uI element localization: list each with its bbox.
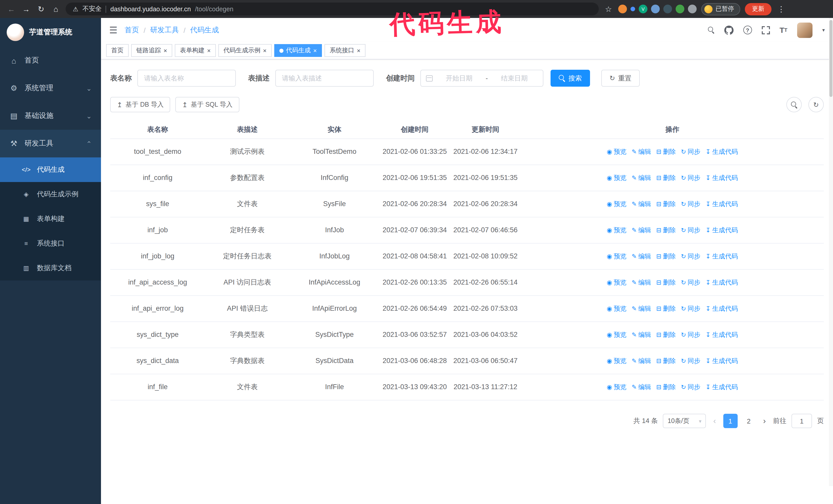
generate-button[interactable]: ↧ 生成代码 — [706, 173, 738, 183]
edit-button[interactable]: ✎ 编辑 — [632, 147, 651, 157]
delete-button[interactable]: ⊟ 删除 — [656, 304, 675, 313]
next-page-button[interactable]: › — [761, 417, 768, 425]
preview-button[interactable]: ◉ 预览 — [607, 278, 626, 287]
browser-menu-kebab-icon[interactable]: ⋮ — [776, 4, 786, 14]
blue-dot-extension-icon[interactable] — [630, 7, 635, 11]
scrollbar[interactable] — [829, 18, 833, 486]
delete-button[interactable]: ⊟ 删除 — [656, 278, 675, 287]
edit-button[interactable]: ✎ 编辑 — [632, 199, 651, 209]
generate-button[interactable]: ↧ 生成代码 — [706, 304, 738, 313]
bookmark-star-icon[interactable]: ☆ — [603, 4, 614, 14]
breadcrumb-item[interactable]: 首页 — [124, 25, 139, 34]
sidebar-item-db-doc[interactable]: ▥ 数据库文档 — [0, 256, 101, 281]
delete-button[interactable]: ⊟ 删除 — [656, 356, 675, 365]
sidebar-item-system-api[interactable]: ≡ 系统接口 — [0, 231, 101, 256]
import-db-button[interactable]: ↥ 基于 DB 导入 — [110, 97, 170, 112]
generate-button[interactable]: ↧ 生成代码 — [706, 278, 738, 287]
breadcrumb-item[interactable]: 代码生成 — [190, 25, 219, 34]
generate-button[interactable]: ↧ 生成代码 — [706, 147, 738, 157]
edit-button[interactable]: ✎ 编辑 — [632, 330, 651, 339]
browser-back-icon[interactable]: ← — [6, 5, 17, 13]
font-size-icon[interactable]: TT — [780, 26, 787, 34]
edit-button[interactable]: ✎ 编辑 — [632, 173, 651, 183]
address-bar[interactable]: ⚠ 不安全 dashboard.yudao.iocoder.cn/tool/co… — [66, 3, 599, 16]
sync-button[interactable]: ↻ 同步 — [681, 330, 700, 339]
tab-home[interactable]: 首页 — [106, 44, 129, 57]
sync-button[interactable]: ↻ 同步 — [681, 304, 700, 313]
sync-button[interactable]: ↻ 同步 — [681, 252, 700, 261]
generate-button[interactable]: ↧ 生成代码 — [706, 252, 738, 261]
preview-button[interactable]: ◉ 预览 — [607, 304, 626, 313]
delete-button[interactable]: ⊟ 删除 — [656, 147, 675, 157]
sidebar-item-form-builder[interactable]: ▦ 表单构建 — [0, 207, 101, 231]
refresh-table-button[interactable]: ↻ — [808, 97, 824, 112]
sync-button[interactable]: ↻ 同步 — [681, 383, 700, 392]
import-sql-button[interactable]: ↥ 基于 SQL 导入 — [175, 97, 239, 112]
sidebar-item-home[interactable]: ⌂ 首页 — [0, 47, 101, 74]
puzzle-extension-icon[interactable] — [688, 5, 697, 13]
sidebar-item-infrastructure[interactable]: ▤ 基础设施 ⌄ — [0, 102, 101, 130]
sidebar-item-codegen-example[interactable]: ◈ 代码生成示例 — [0, 182, 101, 207]
page-button-2[interactable]: 2 — [741, 414, 756, 428]
goto-page-input[interactable] — [791, 414, 812, 428]
chrome-update-button[interactable]: 更新 — [745, 3, 771, 15]
table-name-input[interactable] — [137, 70, 236, 87]
generate-button[interactable]: ↧ 生成代码 — [706, 330, 738, 339]
translate-paused-badge[interactable]: 已暂停 — [701, 3, 740, 15]
breadcrumb-item[interactable]: 研发工具 — [150, 25, 179, 34]
tab-close-icon[interactable]: × — [164, 47, 167, 54]
create-time-range-picker[interactable]: 开始日期 - 结束日期 — [420, 70, 543, 87]
preview-button[interactable]: ◉ 预览 — [607, 225, 626, 235]
reset-button[interactable]: ↻ 重置 — [601, 70, 640, 87]
tab-form-builder[interactable]: 表单构建 × — [175, 44, 216, 57]
preview-button[interactable]: ◉ 预览 — [607, 199, 626, 209]
preview-button[interactable]: ◉ 预览 — [607, 330, 626, 339]
delete-button[interactable]: ⊟ 删除 — [656, 383, 675, 392]
logo-row[interactable]: 芋道管理系统 — [0, 18, 101, 47]
people-extension-icon[interactable] — [651, 5, 660, 13]
tab-close-icon[interactable]: × — [263, 47, 266, 54]
page-size-select[interactable]: 10条/页 ▾ — [663, 414, 706, 428]
github-icon[interactable] — [724, 25, 733, 34]
edit-button[interactable]: ✎ 编辑 — [632, 304, 651, 313]
table-desc-input[interactable] — [275, 70, 374, 87]
hamburger-icon[interactable]: ☰ — [109, 24, 117, 35]
tab-system-api[interactable]: 系统接口 × — [325, 44, 365, 57]
preview-button[interactable]: ◉ 预览 — [607, 147, 626, 157]
edit-button[interactable]: ✎ 编辑 — [632, 278, 651, 287]
browser-forward-icon[interactable]: → — [21, 5, 31, 13]
sync-button[interactable]: ↻ 同步 — [681, 173, 700, 183]
scrollbar-thumb[interactable] — [829, 20, 832, 97]
sync-button[interactable]: ↻ 同步 — [681, 199, 700, 209]
preview-button[interactable]: ◉ 预览 — [607, 383, 626, 392]
chevron-down-icon[interactable]: ▾ — [822, 27, 825, 33]
generate-button[interactable]: ↧ 生成代码 — [706, 199, 738, 209]
edit-button[interactable]: ✎ 编辑 — [632, 252, 651, 261]
sync-button[interactable]: ↻ 同步 — [681, 147, 700, 157]
tab-tracer[interactable]: 链路追踪 × — [131, 44, 172, 57]
tab-close-icon[interactable]: × — [313, 47, 317, 54]
tab-close-icon[interactable]: × — [207, 47, 211, 54]
sidebar-item-devtools[interactable]: ⚒ 研发工具 ⌃ — [0, 130, 101, 158]
edit-button[interactable]: ✎ 编辑 — [632, 225, 651, 235]
tab-codegen[interactable]: 代码生成 × — [274, 44, 322, 57]
preview-button[interactable]: ◉ 预览 — [607, 173, 626, 183]
delete-button[interactable]: ⊟ 删除 — [656, 173, 675, 183]
help-icon[interactable]: ? — [743, 26, 752, 34]
delete-button[interactable]: ⊟ 删除 — [656, 225, 675, 235]
avatar[interactable] — [797, 22, 812, 38]
generate-button[interactable]: ↧ 生成代码 — [706, 356, 738, 365]
browser-home-icon[interactable]: ⌂ — [51, 5, 61, 13]
sync-button[interactable]: ↻ 同步 — [681, 278, 700, 287]
preview-button[interactable]: ◉ 预览 — [607, 252, 626, 261]
delete-button[interactable]: ⊟ 删除 — [656, 252, 675, 261]
sidebar-item-codegen[interactable]: </> 代码生成 — [0, 158, 101, 182]
sync-button[interactable]: ↻ 同步 — [681, 225, 700, 235]
fullscreen-icon[interactable] — [761, 26, 770, 34]
prev-page-button[interactable]: ‹ — [711, 417, 718, 425]
delete-button[interactable]: ⊟ 删除 — [656, 330, 675, 339]
generate-button[interactable]: ↧ 生成代码 — [706, 225, 738, 235]
generate-button[interactable]: ↧ 生成代码 — [706, 383, 738, 392]
sidebar-item-system[interactable]: ⚙ 系统管理 ⌄ — [0, 74, 101, 102]
edit-button[interactable]: ✎ 编辑 — [632, 383, 651, 392]
